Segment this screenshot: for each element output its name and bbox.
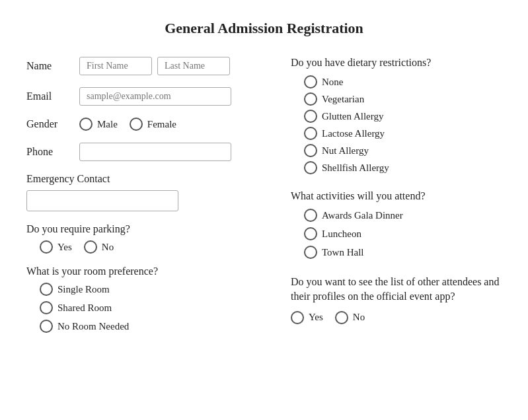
room-single-radio[interactable] (40, 283, 53, 296)
attendees-yes-option[interactable]: Yes (291, 311, 323, 324)
emergency-block: Emergency Contact (26, 173, 264, 211)
dietary-none-label: None (322, 77, 344, 88)
gender-female-radio[interactable] (130, 118, 143, 131)
activity-luncheon-label: Luncheon (322, 228, 361, 240)
name-label: Name (26, 60, 79, 72)
activity-townhall-label: Town Hall (322, 247, 364, 258)
attendees-no-radio[interactable] (335, 311, 348, 324)
dietary-gluten-option[interactable]: Glutten Allergy (304, 110, 502, 123)
email-field-row: Email (26, 87, 264, 106)
parking-no-option[interactable]: No (84, 240, 114, 254)
room-single-option[interactable]: Single Room (40, 283, 264, 296)
parking-no-radio[interactable] (84, 240, 97, 254)
room-label: What is your room preference? (26, 265, 264, 277)
activity-luncheon-radio[interactable] (304, 227, 317, 240)
emergency-label: Emergency Contact (26, 173, 264, 185)
emergency-input[interactable] (26, 190, 178, 211)
dietary-vegetarian-label: Vegetarian (322, 94, 364, 105)
dietary-shellfish-option[interactable]: Shellfish Allergy (304, 161, 502, 174)
attendees-no-option[interactable]: No (335, 311, 365, 324)
room-section: What is your room preference? Single Roo… (26, 265, 264, 333)
room-single-label: Single Room (57, 284, 110, 295)
dietary-section: Do you have dietary restrictions? None V… (291, 57, 502, 174)
activity-townhall-option[interactable]: Town Hall (304, 246, 502, 259)
email-label: Email (26, 90, 79, 102)
first-name-input[interactable] (79, 57, 152, 75)
activities-label: What activities will you attend? (291, 190, 502, 202)
dietary-gluten-label: Glutten Allergy (322, 111, 383, 122)
gender-field-row: Gender Male Female (26, 118, 264, 131)
name-field-row: Name (26, 57, 264, 75)
dietary-options: None Vegetarian Glutten Allergy Lactose … (304, 75, 502, 174)
gender-radio-group: Male Female (79, 118, 176, 131)
dietary-shellfish-label: Shellfish Allergy (322, 162, 389, 174)
activity-townhall-radio[interactable] (304, 246, 317, 259)
gender-male-radio[interactable] (79, 118, 93, 131)
parking-section: Do you require parking? Yes No (26, 223, 264, 254)
dietary-vegetarian-option[interactable]: Vegetarian (304, 92, 502, 106)
dietary-gluten-radio[interactable] (304, 110, 317, 123)
activity-luncheon-option[interactable]: Luncheon (304, 227, 502, 240)
room-options: Single Room Shared Room No Room Needed (40, 283, 264, 333)
phone-label: Phone (26, 146, 79, 158)
dietary-vegetarian-radio[interactable] (304, 92, 317, 106)
attendees-no-label: No (353, 312, 365, 323)
dietary-label: Do you have dietary restrictions? (291, 57, 502, 69)
parking-label: Do you require parking? (26, 223, 264, 235)
gender-female-option[interactable]: Female (130, 118, 176, 131)
dietary-none-radio[interactable] (304, 75, 317, 88)
gender-male-option[interactable]: Male (79, 118, 118, 131)
attendees-radio-group: Yes No (291, 311, 502, 324)
parking-yes-label: Yes (57, 242, 72, 253)
gender-label: Gender (26, 118, 79, 130)
page-title: General Admission Registration (26, 20, 502, 37)
parking-radio-group: Yes No (40, 240, 264, 254)
dietary-none-option[interactable]: None (304, 75, 502, 88)
dietary-nut-option[interactable]: Nut Allergy (304, 144, 502, 157)
attendees-yes-label: Yes (309, 312, 323, 323)
dietary-lactose-radio[interactable] (304, 127, 317, 140)
phone-field-row: Phone (26, 143, 264, 161)
gender-male-label: Male (97, 119, 118, 130)
last-name-input[interactable] (157, 57, 230, 75)
phone-input[interactable] (79, 143, 231, 161)
activity-awards-radio[interactable] (304, 209, 317, 222)
right-column: Do you have dietary restrictions? None V… (291, 57, 502, 345)
room-shared-option[interactable]: Shared Room (40, 301, 264, 314)
dietary-lactose-option[interactable]: Lactose Allergy (304, 127, 502, 140)
room-none-option[interactable]: No Room Needed (40, 320, 264, 333)
parking-no-label: No (102, 242, 114, 253)
name-inputs (79, 57, 230, 75)
activities-section: What activities will you attend? Awards … (291, 190, 502, 259)
left-column: Name Email Gender Male Female (26, 57, 264, 345)
dietary-nut-label: Nut Allergy (322, 145, 369, 157)
dietary-nut-radio[interactable] (304, 144, 317, 157)
dietary-lactose-label: Lactose Allergy (322, 128, 385, 139)
dietary-shellfish-radio[interactable] (304, 161, 317, 174)
attendees-label: Do you want to see the list of other att… (291, 275, 502, 304)
parking-yes-radio[interactable] (40, 240, 53, 254)
attendees-section: Do you want to see the list of other att… (291, 275, 502, 324)
email-input[interactable] (79, 87, 231, 106)
parking-yes-option[interactable]: Yes (40, 240, 72, 254)
gender-female-label: Female (147, 119, 176, 130)
activity-awards-label: Awards Gala Dinner (322, 210, 403, 221)
activity-awards-option[interactable]: Awards Gala Dinner (304, 209, 502, 222)
attendees-yes-radio[interactable] (291, 311, 304, 324)
activities-options: Awards Gala Dinner Luncheon Town Hall (304, 209, 502, 259)
room-none-radio[interactable] (40, 320, 53, 333)
room-shared-label: Shared Room (57, 302, 112, 314)
room-shared-radio[interactable] (40, 301, 53, 314)
room-none-label: No Room Needed (57, 321, 129, 332)
